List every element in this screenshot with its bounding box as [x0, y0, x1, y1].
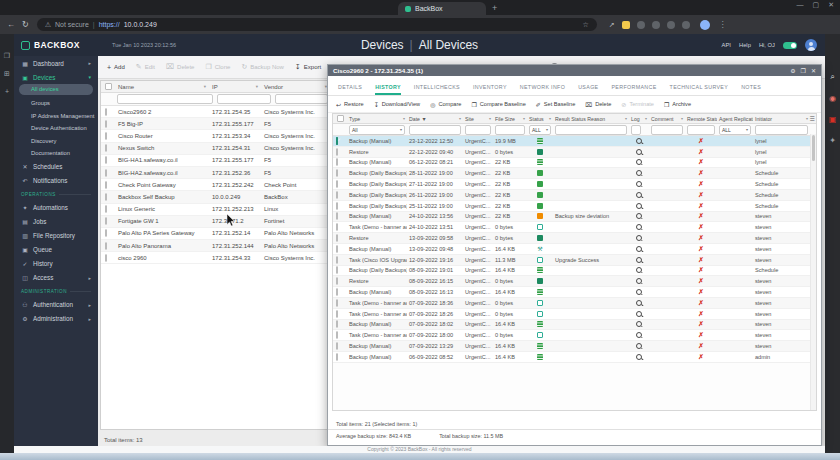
- row-checkbox[interactable]: [105, 108, 107, 116]
- device-row[interactable]: Nexus Switch 172.31.254.31 Cisco Systems…: [101, 143, 330, 155]
- history-row[interactable]: Backup (Manual) 06-12-2022 08:21 UrgentC…: [333, 158, 816, 169]
- device-row[interactable]: Check Point Gateway 172.31.252.242 Check…: [101, 179, 330, 191]
- api-link[interactable]: API: [722, 42, 731, 48]
- backbox-logo[interactable]: BACKBOX: [14, 40, 98, 50]
- delete-button[interactable]: ⌧Delete: [585, 101, 611, 108]
- row-checkbox[interactable]: [336, 299, 338, 307]
- history-row[interactable]: Task (Cisco IOS Upgrade) 12-09-2022 19:1…: [333, 255, 816, 266]
- view-log-icon[interactable]: [636, 311, 642, 317]
- column-header-log[interactable]: Log▾: [629, 116, 649, 122]
- window-stack-icon[interactable]: ❐: [4, 52, 10, 60]
- column-header-comment[interactable]: Comment▾: [649, 116, 685, 122]
- sidebar-item-file-repository[interactable]: ▥ File Repository: [14, 229, 98, 243]
- ip-filter-input[interactable]: [217, 94, 271, 104]
- extension-c-icon[interactable]: ✦: [829, 136, 836, 145]
- row-checkbox[interactable]: [105, 217, 107, 225]
- sidebar-item-notifications[interactable]: ↶ Notifications: [14, 174, 98, 188]
- minimize-icon[interactable]: —: [797, 1, 804, 9]
- compare-baseline-button[interactable]: ❐Compare Baseline: [471, 101, 525, 108]
- sidebar-item-schedules[interactable]: ✕ Schedules: [14, 160, 98, 174]
- row-checkbox[interactable]: [336, 331, 338, 339]
- history-row[interactable]: Backup (Manual) 24-10-2022 13:56 UrgentC…: [333, 212, 816, 223]
- view-log-icon[interactable]: [636, 257, 642, 263]
- view-log-icon[interactable]: [636, 354, 642, 360]
- terminate-button[interactable]: ⊘Terminate: [621, 101, 654, 108]
- row-checkbox[interactable]: [336, 310, 338, 318]
- sidebar-item-devices[interactable]: ▣ Devices▾: [14, 70, 98, 84]
- close-window-icon[interactable]: ✕: [828, 1, 834, 9]
- filter-input[interactable]: [555, 125, 627, 135]
- filter-input[interactable]: [495, 125, 525, 135]
- device-row[interactable]: Backbox Self Backup 10.0.0.249 BackBox: [101, 191, 330, 203]
- view-log-icon[interactable]: [636, 149, 642, 155]
- row-checkbox[interactable]: [105, 242, 107, 250]
- history-row[interactable]: Task (Demo - banner add) 07-09-2022 18:0…: [333, 330, 816, 341]
- new-tab-button[interactable]: +: [492, 3, 497, 13]
- restore-window-icon[interactable]: ▢: [813, 1, 820, 9]
- view-log-icon[interactable]: [636, 278, 642, 284]
- tab-notes[interactable]: NOTES: [741, 84, 761, 95]
- history-row[interactable]: Task (Demo - banner add) 24-10-2022 13:5…: [333, 222, 816, 233]
- theme-toggle[interactable]: [783, 42, 797, 49]
- row-checkbox[interactable]: [336, 320, 338, 328]
- filter-select[interactable]: All▾: [349, 125, 405, 135]
- select-all-checkbox[interactable]: [337, 115, 344, 122]
- row-checkbox[interactable]: [336, 353, 338, 361]
- column-header-status[interactable]: Status▾: [527, 116, 553, 122]
- extension-icon[interactable]: [637, 21, 645, 29]
- filter-select[interactable]: ALL▾: [719, 125, 751, 135]
- tab-inventory[interactable]: INVENTORY: [473, 84, 507, 95]
- edit-button[interactable]: ✎Edit: [136, 63, 155, 71]
- tab-performance[interactable]: PERFORMANCE: [611, 84, 656, 95]
- sidebar-item-authentication[interactable]: ⚇ Authentication▸: [14, 298, 98, 312]
- extension-icon[interactable]: [652, 21, 660, 29]
- device-row[interactable]: Palo Alto PA Series Gateway 172.31.252.1…: [101, 228, 330, 240]
- history-row[interactable]: Backup (Daily Backups) 25-11-2022 19:00 …: [333, 201, 816, 212]
- sidebar-item-queue[interactable]: ▣ Queue: [14, 243, 98, 257]
- view-log-icon[interactable]: [636, 224, 642, 230]
- tab-group-icon[interactable]: ⊞: [4, 70, 10, 78]
- extension-a-icon[interactable]: ◉: [829, 94, 836, 103]
- row-checkbox[interactable]: [105, 229, 107, 237]
- row-checkbox[interactable]: [105, 144, 107, 152]
- user-avatar[interactable]: [805, 39, 817, 51]
- column-header-ip[interactable]: IP▾: [209, 84, 261, 90]
- history-row[interactable]: Backup (Manual) 08-09-2022 16:13 UrgentC…: [333, 287, 816, 298]
- row-checkbox[interactable]: [105, 120, 107, 128]
- view-log-icon[interactable]: [636, 300, 642, 306]
- column-header-vendor[interactable]: Vendor▾: [261, 84, 330, 90]
- filter-select[interactable]: ALL▾: [529, 125, 551, 135]
- notes-extension-icon[interactable]: [622, 21, 630, 29]
- view-log-icon[interactable]: [636, 235, 642, 241]
- filter-input[interactable]: [465, 125, 491, 135]
- backup-now-button[interactable]: ↻Backup Now: [241, 63, 284, 71]
- url-field[interactable]: ⚠ Not secure | https:// 10.0.0.249 ☆: [37, 18, 597, 31]
- view-log-icon[interactable]: [636, 181, 642, 187]
- column-header-file-size[interactable]: File Size▾: [493, 116, 527, 122]
- delete-button[interactable]: ⌧Delete: [166, 63, 194, 71]
- vendor-filter-input[interactable]: [275, 94, 328, 104]
- view-log-icon[interactable]: [636, 213, 642, 219]
- bookmark-star-icon[interactable]: ☆: [582, 21, 588, 29]
- row-checkbox[interactable]: [336, 245, 338, 253]
- tab-history[interactable]: HISTORY: [375, 84, 401, 95]
- history-row[interactable]: Restore 08-09-2022 16:15 UrgentC... 0 by…: [333, 276, 816, 287]
- view-log-icon[interactable]: [636, 246, 642, 252]
- column-header-agent-replicati-[interactable]: Agent Replicati...▾: [717, 116, 753, 122]
- share-icon[interactable]: ↗: [609, 21, 615, 29]
- row-checkbox[interactable]: [336, 288, 338, 296]
- help-link[interactable]: Help: [739, 42, 751, 48]
- row-checkbox[interactable]: [336, 180, 338, 188]
- history-row[interactable]: Restore 13-09-2022 09:58 UrgentC... 0 by…: [333, 233, 816, 244]
- column-header-remote-status[interactable]: Remote Status▾: [685, 116, 717, 122]
- row-checkbox[interactable]: [105, 169, 107, 177]
- filter-input[interactable]: [755, 125, 808, 135]
- sidebar-subitem-discovery[interactable]: Discovery: [14, 135, 98, 148]
- history-row[interactable]: Backup (Daily Backups) 08-09-2022 19:01 …: [333, 266, 816, 277]
- name-filter-input[interactable]: [117, 94, 213, 104]
- view-log-icon[interactable]: [636, 321, 642, 327]
- sidebar-subitem-groups[interactable]: Groups: [14, 97, 98, 110]
- view-log-icon[interactable]: [636, 289, 642, 295]
- restore-button[interactable]: ↩Restore: [336, 101, 364, 108]
- row-checkbox[interactable]: [336, 234, 338, 242]
